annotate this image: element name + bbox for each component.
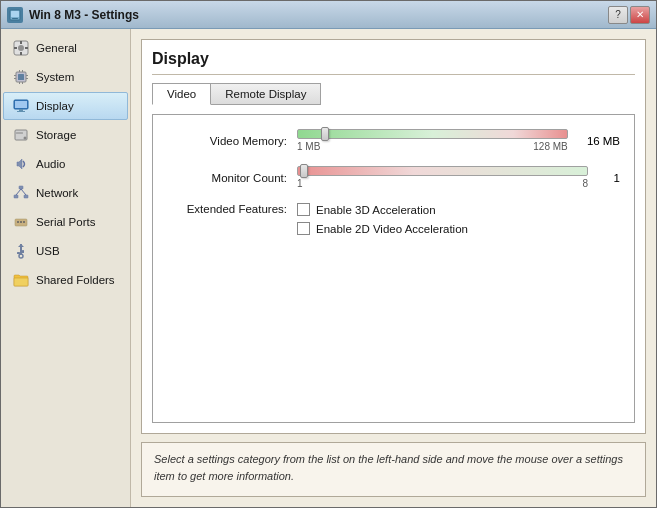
sidebar-label-usb: USB: [36, 245, 60, 257]
info-box: Select a settings category from the list…: [141, 442, 646, 497]
sidebar-item-display[interactable]: Display: [3, 92, 128, 120]
svg-point-4: [18, 45, 24, 51]
svg-point-37: [19, 254, 23, 258]
svg-line-30: [21, 189, 26, 195]
svg-rect-8: [25, 47, 28, 49]
sidebar-label-general: General: [36, 42, 77, 54]
sidebar: General System Display Sto: [1, 29, 131, 507]
video-memory-row: Video Memory: 1 MB 128 MB: [167, 129, 620, 152]
extended-features-control: Enable 3D Acceleration Enable 2D Video A…: [297, 203, 620, 241]
network-icon: [12, 184, 30, 202]
window-title: Win 8 M3 - Settings: [29, 8, 608, 22]
video-memory-slider-container: 1 MB 128 MB: [297, 129, 568, 152]
svg-rect-11: [19, 70, 20, 72]
sidebar-item-shared-folders[interactable]: Shared Folders: [3, 266, 128, 294]
monitor-count-row: Monitor Count: 1 8: [167, 166, 620, 189]
svg-rect-25: [16, 132, 23, 134]
sidebar-label-audio: Audio: [36, 158, 65, 170]
svg-rect-13: [19, 82, 20, 84]
checkbox-2d-row: Enable 2D Video Acceleration: [297, 222, 620, 235]
svg-line-29: [16, 189, 21, 195]
checkbox-3d-label: Enable 3D Acceleration: [316, 204, 436, 216]
video-memory-track[interactable]: [297, 129, 568, 139]
monitor-count-value: 1: [596, 172, 620, 184]
svg-rect-10: [18, 74, 24, 80]
main-panel: Display Video Remote Display Video Memor…: [131, 29, 656, 507]
tab-video[interactable]: Video: [152, 83, 211, 105]
monitor-count-slider-row: 1 8 1: [297, 166, 620, 189]
serial-icon: [12, 213, 30, 231]
svg-point-32: [17, 221, 19, 223]
monitor-count-min-label: 1: [297, 178, 303, 189]
svg-point-24: [24, 137, 27, 140]
sidebar-item-system[interactable]: System: [3, 63, 128, 91]
titlebar: Win 8 M3 - Settings ? ✕: [1, 1, 656, 29]
usb-icon: [12, 242, 30, 260]
monitor-count-thumb[interactable]: [300, 164, 308, 178]
window-content: General System Display Sto: [1, 29, 656, 507]
svg-point-34: [23, 221, 25, 223]
video-memory-control: 1 MB 128 MB 16 MB: [297, 129, 620, 152]
sidebar-item-usb[interactable]: USB: [3, 237, 128, 265]
svg-rect-17: [26, 75, 28, 76]
svg-rect-1: [11, 11, 19, 17]
app-icon: [7, 7, 23, 23]
help-button[interactable]: ?: [608, 6, 628, 24]
sidebar-label-network: Network: [36, 187, 78, 199]
page-title: Display: [152, 50, 635, 75]
gear-icon: [12, 39, 30, 57]
svg-rect-22: [17, 111, 25, 112]
sidebar-label-serial-ports: Serial Ports: [36, 216, 95, 228]
video-memory-thumb[interactable]: [321, 127, 329, 141]
svg-rect-12: [22, 70, 23, 72]
svg-rect-27: [14, 195, 18, 198]
svg-point-33: [20, 221, 22, 223]
checkbox-2d-acceleration[interactable]: [297, 222, 310, 235]
video-memory-label: Video Memory:: [167, 135, 297, 147]
svg-rect-16: [14, 78, 16, 79]
settings-window: Win 8 M3 - Settings ? ✕ General System: [0, 0, 657, 508]
monitor-count-max-label: 8: [582, 178, 588, 189]
svg-rect-2: [12, 18, 18, 19]
video-memory-unit: MB: [603, 135, 620, 147]
sidebar-item-network[interactable]: Network: [3, 179, 128, 207]
sidebar-item-serial-ports[interactable]: Serial Ports: [3, 208, 128, 236]
sidebar-label-display: Display: [36, 100, 74, 112]
sidebar-label-system: System: [36, 71, 74, 83]
svg-rect-21: [19, 109, 23, 111]
audio-icon: [12, 155, 30, 173]
sidebar-item-general[interactable]: General: [3, 34, 128, 62]
monitor-count-control: 1 8 1: [297, 166, 620, 189]
tab-remote-display[interactable]: Remote Display: [210, 83, 321, 105]
settings-box: Display Video Remote Display Video Memor…: [141, 39, 646, 434]
checkbox-3d-acceleration[interactable]: [297, 203, 310, 216]
monitor-count-labels: 1 8: [297, 178, 588, 189]
svg-rect-28: [24, 195, 28, 198]
video-memory-value: 16: [576, 135, 600, 147]
svg-rect-36: [22, 250, 24, 253]
monitor-count-slider-container: 1 8: [297, 166, 588, 189]
svg-rect-14: [22, 82, 23, 84]
svg-rect-6: [20, 52, 22, 55]
extended-features-row: Extended Features: Enable 3D Acceleratio…: [167, 203, 620, 241]
sidebar-item-audio[interactable]: Audio: [3, 150, 128, 178]
monitor-icon: [12, 97, 30, 115]
checkbox-2d-label: Enable 2D Video Acceleration: [316, 223, 468, 235]
video-memory-slider-row: 1 MB 128 MB 16 MB: [297, 129, 620, 152]
svg-rect-26: [19, 186, 23, 189]
monitor-count-label: Monitor Count:: [167, 172, 297, 184]
tab-content-video: Video Memory: 1 MB 128 MB: [152, 114, 635, 423]
disk-icon: [12, 126, 30, 144]
sidebar-label-shared-folders: Shared Folders: [36, 274, 115, 286]
svg-rect-20: [15, 101, 27, 108]
video-memory-max-label: 128 MB: [533, 141, 567, 152]
monitor-count-track[interactable]: [297, 166, 588, 176]
sidebar-item-storage[interactable]: Storage: [3, 121, 128, 149]
folder-icon: [12, 271, 30, 289]
close-button[interactable]: ✕: [630, 6, 650, 24]
titlebar-buttons: ? ✕: [608, 6, 650, 24]
svg-rect-5: [20, 41, 22, 44]
chip-icon: [12, 68, 30, 86]
tab-bar: Video Remote Display: [152, 83, 635, 105]
svg-rect-18: [26, 78, 28, 79]
